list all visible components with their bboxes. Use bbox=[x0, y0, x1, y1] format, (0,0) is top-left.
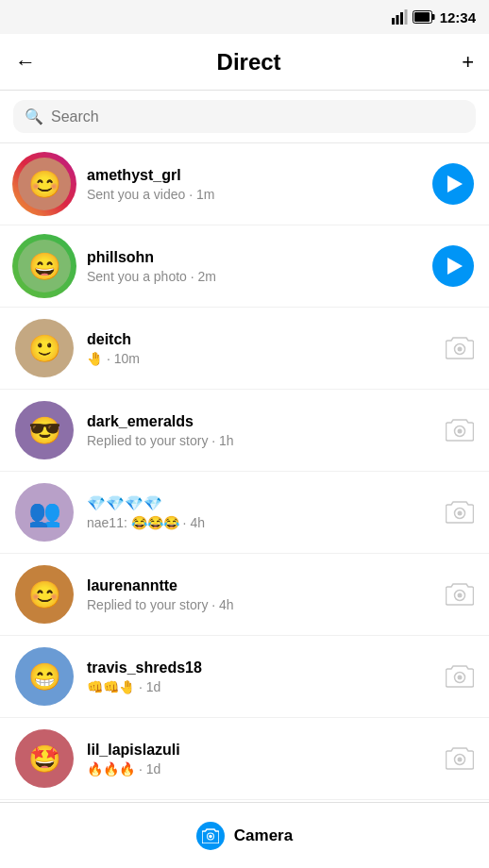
svg-point-12 bbox=[458, 511, 463, 516]
list-item[interactable]: 🙂 deitch 🤚 · 10m bbox=[0, 308, 489, 390]
add-button[interactable]: + bbox=[462, 50, 474, 75]
camera-icon bbox=[446, 746, 474, 771]
list-item[interactable]: 😎 dark_emeralds Replied to your story · … bbox=[0, 390, 489, 472]
camera-icon bbox=[446, 582, 474, 607]
message: Replied to your story · 1h bbox=[87, 433, 432, 448]
avatar: 😎 bbox=[15, 401, 74, 459]
conv-info: amethyst_grl Sent you a video · 1m bbox=[87, 167, 419, 202]
conv-info: 💎💎💎💎 nae11: 😂😂😂 · 4h bbox=[87, 494, 432, 530]
avatar: 😁 bbox=[15, 647, 74, 706]
avatar: 🤩 bbox=[15, 729, 74, 788]
conv-info: phillsohn Sent you a photo · 2m bbox=[87, 249, 419, 284]
username: laurenanntte bbox=[87, 577, 432, 594]
svg-rect-3 bbox=[404, 9, 407, 25]
camera-button[interactable] bbox=[446, 500, 474, 525]
svg-point-8 bbox=[458, 347, 463, 352]
avatar: 👥 bbox=[15, 483, 74, 542]
back-button[interactable]: ← bbox=[15, 50, 36, 75]
list-item[interactable]: 😊 laurenanntte Replied to your story · 4… bbox=[0, 554, 489, 636]
message: Replied to your story · 4h bbox=[87, 597, 432, 612]
play-button[interactable] bbox=[432, 245, 474, 287]
camera-button[interactable] bbox=[446, 746, 474, 771]
search-input-wrap[interactable]: 🔍 bbox=[13, 100, 476, 133]
username: phillsohn bbox=[87, 249, 419, 266]
svg-point-10 bbox=[458, 429, 463, 434]
list-item[interactable]: 🤩 lil_lapislazuli 🔥🔥🔥 · 1d bbox=[0, 718, 489, 800]
play-button[interactable] bbox=[432, 163, 474, 205]
svg-point-14 bbox=[458, 593, 463, 598]
avatar: 😊 bbox=[15, 155, 74, 213]
avatar: 😊 bbox=[15, 565, 74, 624]
search-bar: 🔍 bbox=[0, 91, 489, 143]
conv-info: lil_lapislazuli 🔥🔥🔥 · 1d bbox=[87, 742, 432, 776]
svg-point-20 bbox=[209, 834, 212, 838]
avatar: 😄 bbox=[15, 237, 74, 295]
camera-button[interactable] bbox=[446, 336, 474, 360]
camera-icon bbox=[446, 418, 474, 442]
camera-icon bbox=[446, 500, 474, 525]
username: lil_lapislazuli bbox=[87, 742, 432, 759]
username: 💎💎💎💎 bbox=[87, 494, 432, 512]
svg-rect-0 bbox=[392, 18, 395, 25]
signal-icon bbox=[391, 8, 408, 25]
camera-icon bbox=[446, 336, 474, 360]
conv-info: travis_shreds18 👊👊🤚 · 1d bbox=[87, 659, 432, 694]
camera-label: Camera bbox=[234, 826, 293, 845]
conversation-list: 😊 amethyst_grl Sent you a video · 1m 😄 p… bbox=[0, 143, 489, 800]
svg-rect-5 bbox=[431, 14, 434, 20]
camera-button[interactable] bbox=[446, 418, 474, 442]
svg-point-18 bbox=[458, 758, 463, 762]
svg-point-16 bbox=[458, 676, 463, 680]
svg-rect-6 bbox=[414, 12, 430, 22]
username: deitch bbox=[87, 331, 432, 348]
svg-rect-2 bbox=[400, 12, 403, 25]
username: dark_emeralds bbox=[87, 413, 432, 430]
conv-info: dark_emeralds Replied to your story · 1h bbox=[87, 413, 432, 448]
message: Sent you a video · 1m bbox=[87, 187, 419, 202]
message: 🤚 · 10m bbox=[87, 351, 432, 366]
battery-icon bbox=[413, 10, 435, 24]
conv-info: laurenanntte Replied to your story · 4h bbox=[87, 577, 432, 612]
list-item[interactable]: 👥 💎💎💎💎 nae11: 😂😂😂 · 4h bbox=[0, 472, 489, 554]
username: travis_shreds18 bbox=[87, 659, 432, 676]
avatar: 🙂 bbox=[15, 319, 74, 377]
message: 👊👊🤚 · 1d bbox=[87, 679, 432, 694]
message: Sent you a photo · 2m bbox=[87, 269, 419, 284]
status-icons: 12:34 bbox=[391, 8, 476, 25]
bottom-bar[interactable]: Camera bbox=[0, 802, 489, 868]
camera-icon bbox=[446, 664, 474, 689]
status-bar: 12:34 bbox=[0, 0, 489, 34]
list-item[interactable]: 😁 travis_shreds18 👊👊🤚 · 1d bbox=[0, 636, 489, 718]
search-input[interactable] bbox=[51, 108, 464, 125]
header: ← Direct + bbox=[0, 34, 489, 91]
list-item[interactable]: 😄 phillsohn Sent you a photo · 2m bbox=[0, 225, 489, 308]
search-icon: 🔍 bbox=[25, 108, 43, 125]
username: amethyst_grl bbox=[87, 167, 419, 184]
camera-button[interactable] bbox=[446, 664, 474, 689]
status-time: 12:34 bbox=[440, 9, 476, 25]
list-item[interactable]: 😊 amethyst_grl Sent you a video · 1m bbox=[0, 143, 489, 225]
svg-rect-1 bbox=[396, 15, 398, 25]
conv-info: deitch 🤚 · 10m bbox=[87, 331, 432, 366]
page-title: Direct bbox=[217, 49, 281, 75]
message: nae11: 😂😂😂 · 4h bbox=[87, 515, 432, 530]
message: 🔥🔥🔥 · 1d bbox=[87, 761, 432, 776]
camera-button[interactable] bbox=[446, 582, 474, 607]
camera-icon bbox=[196, 822, 225, 850]
